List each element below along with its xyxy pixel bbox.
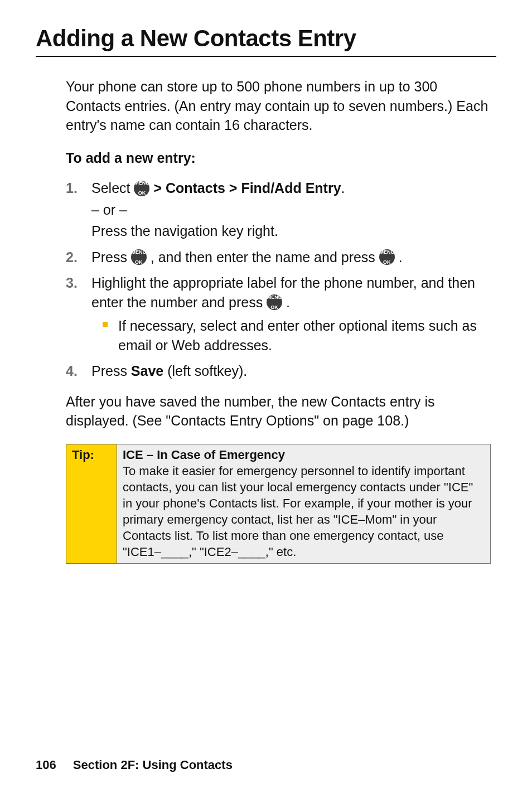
- menu-ok-icon: MENU OK: [134, 181, 149, 196]
- step-1-or: – or –: [91, 200, 491, 220]
- menu-ok-icon-bottom: OK: [134, 191, 149, 196]
- after-paragraph: After you have saved the number, the new…: [66, 392, 491, 431]
- footer-page-number: 106: [36, 758, 56, 772]
- tip-box: Tip: ICE – In Case of Emergency To make …: [66, 444, 491, 564]
- footer-section-label: Section 2F: Using Contacts: [73, 758, 233, 772]
- step-3-text-b: .: [286, 294, 290, 310]
- menu-ok-icon-bottom: OK: [132, 260, 147, 265]
- step-2-text-a: Press: [91, 249, 131, 265]
- step-1-text-c: .: [341, 180, 345, 196]
- step-3-nested-text: If necessary, select and enter other opt…: [118, 318, 477, 353]
- steps-list: Select MENU OK > Contacts > Find/Add Ent…: [66, 178, 491, 381]
- step-2-text-b: , and then enter the name and press: [151, 249, 379, 265]
- step-4: Press Save (left softkey).: [66, 361, 491, 381]
- page-footer: 106 Section 2F: Using Contacts: [36, 758, 233, 772]
- step-2: Press MENU OK , and then enter the name …: [66, 248, 491, 267]
- title-underline: [36, 56, 496, 57]
- menu-ok-icon-bottom: OK: [380, 260, 395, 265]
- menu-ok-icon: MENU OK: [267, 294, 282, 310]
- menu-ok-icon-bottom: OK: [267, 305, 282, 310]
- step-2-text-c: .: [399, 249, 403, 265]
- tip-body-text: To make it easier for emergency personne…: [123, 464, 473, 559]
- tip-body: ICE – In Case of Emergency To make it ea…: [117, 444, 491, 563]
- step-1-text-d: Press the navigation key right.: [91, 221, 491, 241]
- menu-ok-icon-top: MENU: [380, 250, 395, 255]
- square-bullet-icon: [103, 322, 108, 327]
- menu-ok-icon-top: MENU: [134, 181, 149, 186]
- step-1-text-a: Select: [91, 180, 134, 196]
- step-3-nested-list: If necessary, select and enter other opt…: [91, 316, 491, 355]
- page-title: Adding a New Contacts Entry: [36, 26, 496, 51]
- step-3-text-a: Highlight the appropriate label for the …: [91, 275, 475, 310]
- tip-title: ICE – In Case of Emergency: [123, 447, 485, 463]
- subheading: To add a new entry:: [66, 148, 491, 168]
- menu-ok-icon: MENU OK: [131, 249, 147, 265]
- tip-label: Tip:: [66, 444, 117, 563]
- menu-ok-icon-top: MENU: [267, 295, 282, 300]
- step-4-text-c: (left softkey).: [167, 363, 247, 379]
- step-3: Highlight the appropriate label for the …: [66, 273, 491, 355]
- step-1-text-bold: > Contacts > Find/Add Entry: [153, 180, 341, 196]
- step-3-nested-item: If necessary, select and enter other opt…: [118, 316, 491, 355]
- step-4-text-a: Press: [91, 363, 131, 379]
- body-text: Your phone can store up to 500 phone num…: [66, 77, 491, 431]
- menu-ok-icon-top: MENU: [132, 250, 147, 255]
- step-4-save-label: Save: [131, 363, 163, 379]
- intro-paragraph: Your phone can store up to 500 phone num…: [66, 77, 491, 135]
- page: Adding a New Contacts Entry Your phone c…: [0, 0, 532, 798]
- menu-ok-icon: MENU OK: [379, 249, 395, 265]
- step-1: Select MENU OK > Contacts > Find/Add Ent…: [66, 178, 491, 241]
